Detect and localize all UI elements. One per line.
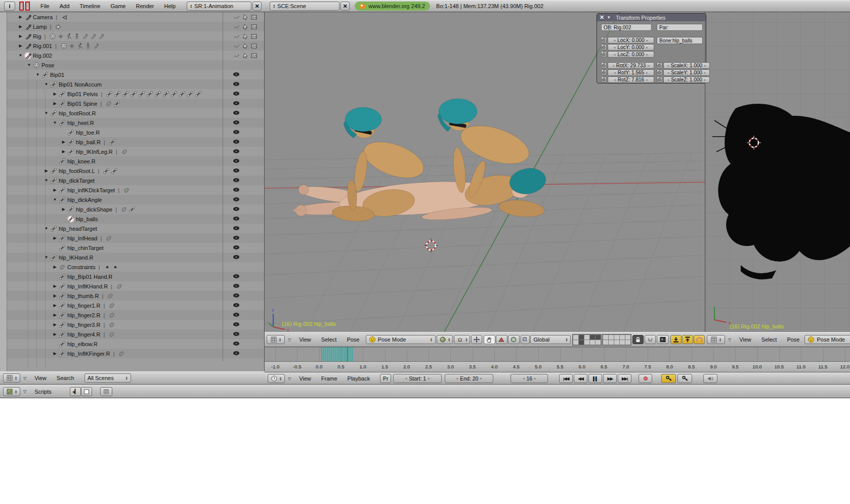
preview-range-button[interactable]: Pr xyxy=(380,374,391,383)
close-scene-button[interactable]: ✕ xyxy=(341,2,350,11)
key-on-button[interactable] xyxy=(661,374,676,383)
jump-end-button[interactable]: ▶▶| xyxy=(618,374,631,383)
window-type-button[interactable]: ▲▼ xyxy=(3,387,20,396)
wave-icon[interactable] xyxy=(233,43,241,50)
eye-icon[interactable] xyxy=(233,138,240,146)
layer-cell[interactable] xyxy=(603,335,608,340)
timeline-menu-view[interactable]: View xyxy=(299,375,311,382)
circle-button[interactable] xyxy=(508,335,520,344)
collapse-toggle-icon[interactable]: ▼ xyxy=(52,197,58,202)
orientation-select[interactable]: Global▲▼ xyxy=(530,335,571,344)
back-button[interactable]: ◂▎ xyxy=(70,387,81,396)
image-icon[interactable] xyxy=(250,52,258,59)
collapse-toggle-icon[interactable]: ▼ xyxy=(43,82,50,87)
outliner-row-hlp-toe-r[interactable]: hlp_toe.R xyxy=(7,128,265,137)
lock-toggle[interactable] xyxy=(601,37,607,43)
outliner-row-rig-001[interactable]: ▶Rig.001| xyxy=(7,41,265,51)
eye-icon[interactable] xyxy=(233,129,240,137)
bone-name-field[interactable]: Bone:hlp_balls xyxy=(657,37,703,44)
lock-toggle[interactable] xyxy=(601,62,607,68)
timeline-keyframe-area[interactable] xyxy=(265,347,850,362)
eye-icon[interactable] xyxy=(233,254,240,262)
expand-toggle-icon[interactable]: ▶ xyxy=(17,15,24,19)
image-icon[interactable] xyxy=(250,43,258,50)
lock-toggle[interactable] xyxy=(601,69,607,75)
layer-cell[interactable] xyxy=(620,335,625,340)
scripts-menu[interactable]: Scripts xyxy=(34,389,52,395)
ob-name-field[interactable]: OB: Rig.002 xyxy=(601,24,652,31)
expand-toggle-icon[interactable]: ▶ xyxy=(52,265,58,269)
side-viewport-menu-select[interactable]: Select xyxy=(761,337,777,343)
locx-field[interactable]: ◂LocX: 0.000▸ xyxy=(608,37,654,44)
timeline-menu-playback[interactable]: Playback xyxy=(348,375,370,382)
snap-magnet-button[interactable] xyxy=(645,335,656,344)
pause-button[interactable]: ▌▌ xyxy=(588,374,602,383)
expand-toggle-icon[interactable]: ▶ xyxy=(52,303,58,308)
layer-cell[interactable] xyxy=(596,340,601,345)
eye-icon[interactable] xyxy=(233,80,240,89)
expand-toggle-icon[interactable]: ▶ xyxy=(52,293,58,298)
draw-mode-button[interactable]: ▲▼ xyxy=(437,335,453,344)
pulldown-toggle-icon[interactable]: ▽ xyxy=(23,376,26,381)
eye-icon[interactable] xyxy=(233,157,240,165)
menu-add[interactable]: Add xyxy=(60,3,70,9)
menu-timeline[interactable]: Timeline xyxy=(79,3,100,9)
current-frame-line[interactable] xyxy=(347,347,348,362)
outliner-row-hlp-thumb-r[interactable]: ▶hlp_thumb.R| xyxy=(7,291,265,301)
expand-toggle-icon[interactable]: ▶ xyxy=(52,188,58,192)
layer-cell[interactable] xyxy=(573,340,578,345)
close-panel-icon[interactable]: ✕ xyxy=(600,14,604,21)
redtri-button[interactable] xyxy=(496,335,507,344)
outliner-row-bip01-pelvis[interactable]: ▶Bip01 Pelvis| xyxy=(7,89,265,99)
wave-icon[interactable] xyxy=(233,23,241,30)
outliner-row-hlp-finger4-r[interactable]: ▶hlp_finger4.R| xyxy=(7,329,265,339)
eye-icon[interactable] xyxy=(233,196,240,204)
viewport-menu-pose[interactable]: Pose xyxy=(347,337,359,343)
end-frame-field[interactable]: ◂End: 20▸ xyxy=(445,374,493,383)
prev-key-button[interactable]: ◀◀ xyxy=(574,374,587,383)
expand-toggle-icon[interactable]: ▶ xyxy=(52,284,58,288)
pulldown-toggle-icon[interactable]: ▽ xyxy=(23,389,26,394)
snap-element-button[interactable] xyxy=(521,335,530,344)
expand-toggle-icon[interactable]: ▶ xyxy=(52,92,58,96)
outliner-row-hlp-finger3-r[interactable]: ▶hlp_finger3.R| xyxy=(7,320,265,329)
outliner-row-camera[interactable]: ▶Camera| xyxy=(7,12,265,22)
eye-icon[interactable] xyxy=(233,177,240,185)
jump-start-button[interactable]: |◀◀ xyxy=(559,374,573,383)
layer-cell[interactable] xyxy=(614,340,619,345)
start-frame-field[interactable]: ◂Start: 1▸ xyxy=(393,374,442,383)
collapse-toggle-icon[interactable]: ▼ xyxy=(43,226,50,231)
current-frame-field[interactable]: ◂16▸ xyxy=(511,374,548,383)
expand-toggle-icon[interactable]: ▶ xyxy=(17,44,24,48)
layer-cell[interactable] xyxy=(579,335,584,340)
timeline-ruler[interactable]: -1.0-0.50.00.51.01.52.02.53.03.54.04.55.… xyxy=(265,362,850,372)
outliner-row-hlp-ball-r[interactable]: ▶hlp_ball.R| xyxy=(7,137,265,147)
outliner-row-lamp[interactable]: ▶Lamp| xyxy=(7,22,265,31)
rotz-field[interactable]: ◂RotZ: 7.816▸ xyxy=(608,76,654,83)
arrdown-button[interactable] xyxy=(670,335,682,344)
outliner-row-hlp-footroot-r[interactable]: ▼hlp_footRoot.R xyxy=(7,108,265,118)
outliner-row-hlp-balls[interactable]: hlp_balls xyxy=(7,214,265,224)
wave-icon[interactable] xyxy=(233,52,241,59)
viewport-menu-select[interactable]: Select xyxy=(321,337,337,343)
expand-toggle-icon[interactable]: ▶ xyxy=(52,351,58,356)
pulldown-toggle-icon[interactable]: ▽ xyxy=(288,338,291,342)
scalez-field[interactable]: ◂ScaleZ: 1.000▸ xyxy=(663,76,710,83)
arrup-button[interactable] xyxy=(682,335,693,344)
render-preview-button[interactable] xyxy=(657,335,669,344)
pointer-icon[interactable] xyxy=(241,23,249,30)
layer-cell[interactable] xyxy=(584,340,589,345)
side-viewport-menu-pose[interactable]: Pose xyxy=(787,337,799,343)
eye-icon[interactable] xyxy=(233,225,240,233)
outliner-row-hlp-infhead[interactable]: ▶hlp_InfHead| xyxy=(7,233,265,243)
viewport-menu-view[interactable]: View xyxy=(299,337,311,343)
outliner-panel[interactable]: ▶Camera|▶Lamp|▶Rig|▶Rig.001|▼Rig.002▼Pos… xyxy=(0,12,265,371)
close-screen-button[interactable]: ✕ xyxy=(252,2,262,11)
pointer-icon[interactable] xyxy=(241,43,249,50)
outliner-row-rig-002[interactable]: ▼Rig.002 xyxy=(7,51,265,60)
layer-cell[interactable] xyxy=(609,340,614,345)
next-key-button[interactable]: ▶▶ xyxy=(603,374,617,383)
rotx-field[interactable]: ◂RotX: 29.733▸ xyxy=(608,62,654,69)
menu-render[interactable]: Render xyxy=(136,3,154,9)
eye-icon[interactable] xyxy=(233,244,240,252)
